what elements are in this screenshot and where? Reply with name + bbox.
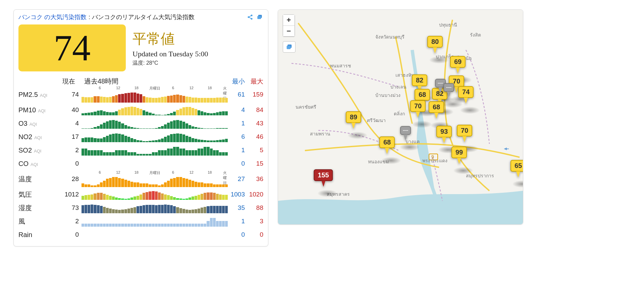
zoom-in-button[interactable]: + bbox=[283, 15, 294, 25]
series-min: 35 bbox=[228, 204, 245, 212]
layers-button[interactable] bbox=[283, 41, 296, 53]
pollutant-row-温度: 温度2861218月曜日61218火曜日2736 bbox=[18, 170, 263, 188]
series-unit: AQI bbox=[31, 162, 38, 167]
series-current: 28 bbox=[59, 175, 82, 183]
series-current: 0 bbox=[59, 231, 82, 238]
series-max: 43 bbox=[245, 120, 263, 127]
map-marker[interactable]: 99 bbox=[451, 147, 467, 164]
col-past48: 過去48時間 bbox=[82, 77, 228, 86]
map-marker[interactable]: 155 bbox=[314, 169, 333, 187]
col-current: 現在 bbox=[59, 77, 82, 86]
map-marker-value: 68 bbox=[415, 89, 430, 101]
series-name: O3 bbox=[18, 120, 28, 127]
windows-icon[interactable] bbox=[256, 13, 263, 21]
series-name: 気圧 bbox=[18, 191, 32, 198]
map-marker[interactable]: 80 bbox=[427, 36, 443, 53]
svg-rect-27 bbox=[287, 46, 291, 49]
map-marker-value: 68 bbox=[379, 136, 395, 148]
pollutant-row-気圧: 気圧101210031020 bbox=[18, 188, 263, 201]
series-min: 0 bbox=[228, 160, 245, 167]
svg-text:ศรีวัฒนา: ศรีวัฒนา bbox=[367, 118, 386, 123]
series-sparkline bbox=[82, 215, 228, 228]
series-sparkline bbox=[82, 188, 228, 201]
series-max: 46 bbox=[245, 133, 263, 140]
map-marker-value: 65 bbox=[511, 160, 523, 172]
pollutant-table: 現在 過去48時間 最小 最大 PM2.5AQI7461218月曜日61218火… bbox=[18, 77, 263, 241]
map-marker-value: 69 bbox=[450, 56, 466, 68]
svg-text:จังหวัดนนทบุรี: จังหวัดนนทบุรี bbox=[375, 34, 405, 40]
map-marker-value: 82 bbox=[412, 74, 427, 86]
series-name: CO bbox=[18, 160, 29, 167]
series-max: 88 bbox=[245, 204, 263, 212]
series-max: 1020 bbox=[245, 191, 263, 198]
col-min: 最小 bbox=[228, 77, 245, 86]
series-sparkline bbox=[82, 130, 228, 144]
map-marker-value: ---- bbox=[400, 126, 411, 135]
map-marker[interactable]: ---- bbox=[400, 126, 411, 140]
svg-text:นครชัยศรี: นครชัยศรี bbox=[296, 104, 316, 110]
map-marker[interactable]: 69 bbox=[450, 56, 466, 73]
pollutant-row-湿度: 湿度733588 bbox=[18, 201, 263, 215]
map-marker[interactable]: 93 bbox=[436, 126, 452, 143]
series-name: SO2 bbox=[18, 147, 32, 154]
aqi-panel: バンコク の大気汚染指数 : バンコクのリアルタイム大気汚染指数 74 平常値 … bbox=[13, 9, 268, 246]
aqi-big-value: 74 bbox=[18, 24, 126, 71]
zoom-out-button[interactable]: − bbox=[283, 25, 294, 36]
series-current: 4 bbox=[59, 120, 82, 127]
svg-text:รังสิต: รังสิต bbox=[470, 32, 481, 38]
svg-text:สามพราน: สามพราน bbox=[310, 131, 330, 136]
zoom-control: + − bbox=[283, 14, 295, 37]
series-min: 6 bbox=[228, 133, 245, 140]
series-min: 1003 bbox=[228, 191, 245, 198]
series-max: 84 bbox=[245, 106, 263, 114]
map-panel[interactable]: 9 ปทุมธานีจังหวัดนนทบุรีรังสิตเสาธงหินบา… bbox=[278, 9, 523, 225]
map-marker-value: 68 bbox=[429, 101, 444, 113]
map-marker[interactable]: 74 bbox=[458, 86, 474, 104]
map-marker-value: 93 bbox=[436, 126, 452, 137]
svg-rect-4 bbox=[257, 16, 261, 19]
location-link[interactable]: バンコク の大気汚染指数 bbox=[18, 13, 87, 21]
series-sparkline bbox=[82, 228, 228, 241]
series-max: 159 bbox=[245, 91, 263, 98]
series-min: 27 bbox=[228, 175, 245, 183]
map-marker-value: 89 bbox=[346, 111, 361, 123]
pollutant-row-PM2.5: PM2.5AQI7461218月曜日61218火曜日61159 bbox=[18, 86, 263, 103]
map-marker[interactable]: 68 bbox=[429, 101, 444, 119]
map-marker[interactable]: 68 bbox=[379, 136, 395, 154]
updated-label: Updated on Tuesday 5:00 bbox=[132, 50, 208, 58]
series-max: 3 bbox=[245, 218, 263, 225]
header-tail: : バンコクのリアルタイム大気汚染指数 bbox=[89, 13, 195, 21]
series-min: 1 bbox=[228, 218, 245, 225]
pollutant-row-風: 風213 bbox=[18, 215, 263, 228]
series-sparkline bbox=[82, 157, 228, 170]
series-current: 1012 bbox=[59, 191, 82, 198]
series-name: Rain bbox=[18, 231, 32, 238]
map-marker-value: ---- bbox=[443, 83, 454, 92]
map-marker[interactable]: 70 bbox=[457, 125, 472, 142]
series-current: 0 bbox=[59, 160, 82, 167]
series-sparkline bbox=[82, 201, 228, 215]
series-max: 0 bbox=[245, 231, 263, 238]
share-icon[interactable] bbox=[247, 13, 254, 21]
map-marker-value: 99 bbox=[451, 147, 467, 158]
svg-text:พระประแดง: พระประแดง bbox=[422, 158, 447, 163]
map-marker[interactable]: 65 bbox=[511, 160, 523, 177]
series-max: 5 bbox=[245, 147, 263, 154]
series-unit: AQI bbox=[38, 108, 45, 113]
series-max: 36 bbox=[245, 175, 263, 183]
series-sparkline: 61218月曜日61218火曜日 bbox=[82, 86, 228, 103]
map-marker-value: 155 bbox=[314, 169, 333, 181]
series-min: 1 bbox=[228, 147, 245, 154]
map-city-labels: ปทุมธานีจังหวัดนนทบุรีรังสิตเสาธงหินบางเ… bbox=[278, 10, 523, 224]
map-marker-value: 80 bbox=[427, 36, 443, 48]
map-marker[interactable]: ---- bbox=[443, 83, 454, 98]
series-sparkline bbox=[82, 144, 228, 157]
map-marker[interactable]: 70 bbox=[410, 100, 426, 118]
col-max: 最大 bbox=[245, 77, 263, 86]
map-marker-value: 74 bbox=[458, 86, 474, 98]
layers-icon bbox=[285, 43, 293, 51]
map-marker[interactable]: 89 bbox=[346, 111, 361, 129]
series-unit: AQI bbox=[40, 93, 47, 98]
series-unit: AQI bbox=[34, 135, 42, 140]
series-name: 湿度 bbox=[18, 204, 32, 212]
